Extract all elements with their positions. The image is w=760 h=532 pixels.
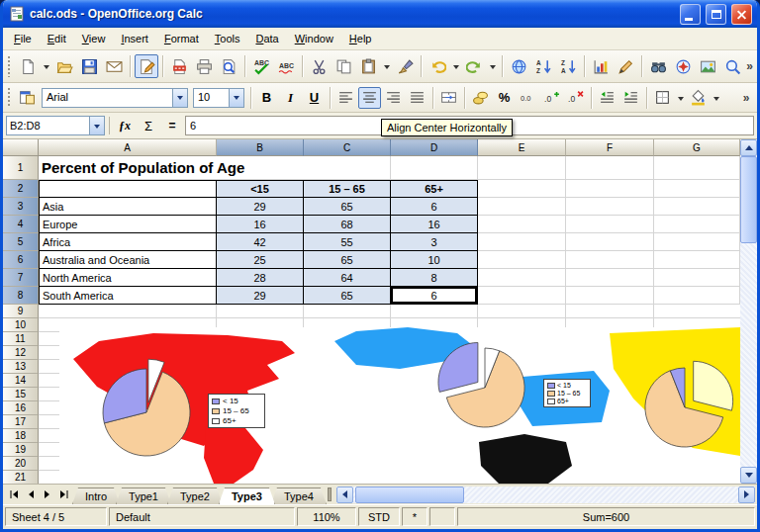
row-header-8[interactable]: 8 — [3, 287, 39, 305]
paste-button[interactable] — [356, 54, 380, 78]
cell-value[interactable]: 10 — [391, 251, 478, 269]
cell-d2-header[interactable]: 65+ — [391, 180, 478, 198]
row-header-20[interactable]: 20 — [3, 457, 39, 471]
cell[interactable] — [566, 156, 654, 180]
status-sum[interactable]: Sum=600 — [457, 507, 755, 526]
cell[interactable] — [654, 156, 740, 180]
scroll-left-button[interactable] — [336, 487, 353, 503]
tab-scrollbar-splitter[interactable] — [328, 488, 332, 501]
scroll-up-button[interactable] — [740, 139, 757, 156]
row-header-18[interactable]: 18 — [3, 429, 39, 443]
print-button[interactable] — [192, 54, 216, 78]
cell[interactable] — [654, 198, 740, 216]
increase-indent-button[interactable] — [619, 87, 642, 109]
sum-button[interactable]: Σ — [138, 116, 159, 135]
cell-region[interactable]: Africa — [39, 233, 217, 251]
new-document-dropdown[interactable] — [41, 55, 51, 77]
cell-value[interactable]: 25 — [217, 251, 304, 269]
find-replace-button[interactable] — [646, 54, 670, 78]
cell[interactable] — [478, 198, 566, 216]
horizontal-scroll-track[interactable] — [353, 487, 738, 503]
toolbar-grip[interactable] — [7, 87, 12, 107]
draw-functions-button[interactable] — [614, 54, 637, 78]
row-header-12[interactable]: 12 — [3, 346, 39, 360]
gallery-button[interactable] — [696, 54, 719, 78]
merge-cells-button[interactable] — [437, 87, 460, 109]
row-header-3[interactable]: 3 — [3, 198, 39, 216]
borders-button[interactable] — [651, 87, 674, 109]
menu-tools[interactable]: Tools — [207, 30, 248, 47]
cell-value[interactable]: 29 — [217, 287, 304, 305]
cell[interactable] — [654, 233, 740, 251]
cell-c2-header[interactable]: 15 – 65 — [304, 180, 391, 198]
cell[interactable] — [478, 251, 566, 269]
edit-file-button[interactable] — [135, 54, 158, 78]
row-header-1[interactable]: 1 — [3, 156, 39, 180]
menu-format[interactable]: Format — [156, 30, 207, 47]
function-button[interactable]: = — [161, 116, 183, 135]
cut-button[interactable] — [307, 54, 331, 78]
close-button[interactable] — [731, 4, 752, 25]
font-name-combobox[interactable]: Arial — [42, 88, 188, 108]
cell-value[interactable]: 16 — [217, 216, 304, 233]
row-header-14[interactable]: 14 — [3, 374, 39, 388]
borders-dropdown[interactable] — [675, 87, 686, 109]
cell[interactable] — [566, 287, 654, 305]
cell[interactable] — [478, 216, 566, 233]
row-header-2[interactable]: 2 — [3, 180, 39, 198]
previous-sheet-button[interactable] — [22, 487, 39, 503]
row-header-13[interactable]: 13 — [3, 360, 39, 374]
cell-value[interactable]: 65 — [304, 287, 391, 305]
sheet-tab-intro[interactable]: Intro — [72, 488, 120, 504]
redo-button[interactable] — [462, 54, 486, 78]
empty-cells[interactable] — [39, 305, 740, 318]
vertical-scrollbar[interactable] — [740, 139, 757, 484]
cell[interactable] — [566, 269, 654, 287]
cell-value[interactable]: 28 — [217, 269, 304, 287]
cell[interactable] — [566, 233, 654, 251]
font-name-dropdown[interactable] — [172, 89, 187, 107]
export-pdf-button[interactable] — [167, 54, 191, 78]
redo-dropdown[interactable] — [487, 55, 498, 77]
save-button[interactable] — [77, 54, 101, 78]
zoom-button[interactable] — [720, 54, 744, 78]
cell[interactable] — [654, 216, 740, 233]
column-header-b[interactable]: B — [217, 139, 304, 156]
name-box-dropdown[interactable] — [89, 117, 104, 134]
cell-region[interactable]: Europe — [39, 216, 217, 233]
cell[interactable] — [566, 251, 654, 269]
row-header-15[interactable]: 15 — [3, 388, 39, 401]
align-center-button[interactable] — [358, 87, 381, 109]
cell[interactable] — [391, 156, 478, 180]
email-button[interactable] — [102, 54, 126, 78]
titlebar[interactable]: calc.ods - OpenOffice.org Calc — [3, 0, 757, 28]
align-right-button[interactable] — [382, 87, 405, 109]
decrease-indent-button[interactable] — [596, 87, 618, 109]
navigator-button[interactable] — [671, 54, 695, 78]
row-header-5[interactable]: 5 — [3, 233, 39, 251]
cell[interactable] — [478, 287, 566, 305]
cell-value[interactable]: 8 — [391, 269, 478, 287]
cell[interactable] — [654, 251, 740, 269]
add-decimal-button[interactable]: .0 — [540, 87, 563, 109]
column-header-e[interactable]: E — [478, 139, 566, 156]
styles-and-formatting-button[interactable] — [16, 87, 39, 109]
row-header-21[interactable]: 21 — [3, 471, 39, 484]
cell[interactable] — [566, 180, 654, 198]
cell[interactable] — [654, 180, 740, 198]
sheet-tab-type3[interactable]: Type3 — [219, 488, 275, 504]
horizontal-scroll-thumb[interactable] — [355, 487, 464, 503]
menu-edit[interactable]: Edit — [40, 30, 74, 47]
function-wizard-button[interactable]: ƒx — [114, 116, 136, 135]
open-button[interactable] — [52, 54, 76, 78]
status-page-style[interactable]: Default — [109, 507, 295, 526]
row-header-6[interactable]: 6 — [3, 251, 39, 269]
row-header-7[interactable]: 7 — [3, 269, 39, 287]
cell-value[interactable]: 65 — [304, 251, 391, 269]
cell-value[interactable]: 68 — [304, 216, 391, 233]
cell-value[interactable]: 16 — [391, 216, 478, 233]
status-zoom-level[interactable]: 110% — [297, 507, 356, 526]
undo-button[interactable] — [426, 54, 449, 78]
row-header-19[interactable]: 19 — [3, 443, 39, 457]
next-sheet-button[interactable] — [39, 487, 55, 503]
